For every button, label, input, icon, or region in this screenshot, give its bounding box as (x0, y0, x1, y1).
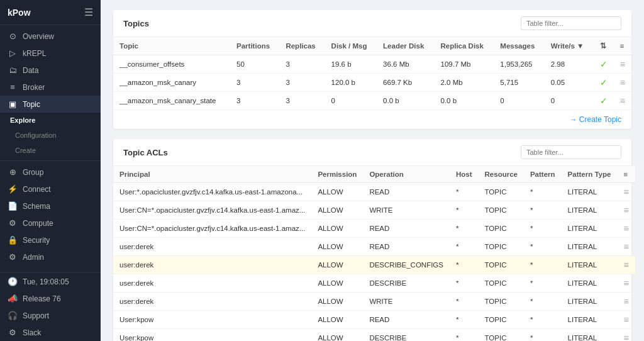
sidebar-item-topic[interactable]: ▣ Topic (0, 96, 101, 113)
acl-table-body: User:*.opacicluster.gvzfjv.c14.kafka.us-… (113, 183, 635, 342)
sidebar-item-krepl[interactable]: ▷ kREPL (0, 45, 101, 62)
datetime-label: Tue, 19:08:05 (23, 277, 69, 286)
acl-permission: ALLOW (311, 329, 363, 342)
topic-leader-disk: 669.7 Kb (377, 74, 434, 92)
acl-table: Principal Permission Operation Host Reso… (113, 166, 635, 341)
acl-pattern: * (524, 293, 562, 311)
topic-writes: 0.05 (545, 74, 594, 92)
col-resource: Resource (479, 166, 524, 183)
acl-filter-input[interactable] (521, 145, 621, 159)
sidebar-support[interactable]: 🎧 Support (0, 307, 101, 324)
sidebar-item-admin[interactable]: ⚙ Admin (0, 249, 101, 266)
topic-disk-msg: 0 (325, 92, 377, 110)
acl-pattern-type: LITERAL (562, 329, 618, 342)
sidebar-item-label: Topic (23, 100, 40, 109)
table-row: User:kpow ALLOW READ * TOPIC * LITERAL ≡ (113, 311, 635, 329)
acl-principal: User:kpow (113, 311, 311, 329)
sidebar-item-explore[interactable]: Explore (0, 113, 101, 128)
security-icon: 🔒 (8, 235, 18, 245)
acl-host: * (450, 329, 479, 342)
acl-list[interactable]: ≡ (617, 183, 635, 201)
sidebar-item-create[interactable]: Create (0, 143, 101, 158)
col-topic: Topic (113, 37, 230, 55)
topic-icon: ▣ (8, 99, 18, 109)
sidebar-item-broker[interactable]: ≡ Broker (0, 79, 101, 96)
sidebar-item-group[interactable]: ⊕ Group (0, 164, 101, 181)
topics-table-header-row: Topic Partitions Replicas Disk / Msg Lea… (113, 37, 631, 55)
sidebar-slack[interactable]: ⚙ Slack (0, 324, 101, 341)
acl-list[interactable]: ≡ (617, 311, 635, 329)
acl-operation: READ (363, 220, 450, 238)
group-icon: ⊕ (8, 167, 18, 177)
acl-list[interactable]: ≡ (617, 329, 635, 342)
acl-list[interactable]: ≡ (617, 201, 635, 220)
acl-pattern: * (524, 256, 562, 274)
sidebar-item-label: Compute (23, 219, 53, 228)
col-messages: Messages (494, 37, 544, 55)
topic-replicas: 3 (279, 74, 325, 92)
table-row: user:derek ALLOW READ * TOPIC * LITERAL … (113, 238, 635, 256)
hamburger-icon[interactable]: ☰ (84, 6, 93, 18)
acl-list[interactable]: ≡ (617, 274, 635, 293)
acl-operation: DESCRIBE_CONFIGS (363, 256, 450, 274)
acl-table-header-row: Principal Permission Operation Host Reso… (113, 166, 635, 183)
table-row: __consumer_offsets 50 3 19.6 b 36.6 Mb 1… (113, 55, 631, 74)
topic-writes: 0 (545, 92, 594, 110)
topic-list[interactable]: ≡ (614, 55, 631, 74)
sidebar-item-overview[interactable]: ⊙ Overview (0, 28, 101, 45)
sidebar-item-label: Schema (23, 202, 50, 211)
acl-permission: ALLOW (311, 201, 363, 220)
sidebar-item-connect[interactable]: ⚡ Connect (0, 181, 101, 198)
col-permission: Permission (311, 166, 363, 183)
acl-pattern: * (524, 183, 562, 201)
topic-list[interactable]: ≡ (614, 92, 631, 110)
acl-list[interactable]: ≡ (617, 238, 635, 256)
acl-list[interactable]: ≡ (617, 293, 635, 311)
table-row: __amazon_msk_canary 3 3 120.0 b 669.7 Kb… (113, 74, 631, 92)
acl-permission: ALLOW (311, 274, 363, 293)
acl-section: Topic ACLs Principal Permission Operatio… (113, 139, 631, 341)
connect-icon: ⚡ (8, 184, 18, 194)
configuration-label: Configuration (15, 131, 56, 139)
topic-partitions: 50 (230, 55, 279, 74)
topic-disk-msg: 120.0 b (325, 74, 377, 92)
sidebar-item-label: Group (23, 168, 43, 177)
topic-replicas: 3 (279, 55, 325, 74)
slack-icon: ⚙ (8, 328, 18, 337)
topic-replicas: 3 (279, 92, 325, 110)
create-topic-link[interactable]: → Create Topic (570, 115, 621, 124)
acl-list[interactable]: ≡ (617, 256, 635, 274)
acl-principal: user:derek (113, 256, 311, 274)
topic-replica-disk: 109.7 Mb (435, 55, 494, 74)
sidebar-item-security[interactable]: 🔒 Security (0, 232, 101, 249)
acl-pattern: * (524, 274, 562, 293)
acl-pattern-type: LITERAL (562, 220, 618, 238)
acl-host: * (450, 274, 479, 293)
col-sort[interactable]: ⇅ (594, 37, 614, 55)
col-replicas: Replicas (279, 37, 325, 55)
acl-operation: WRITE (363, 293, 450, 311)
sidebar-item-data[interactable]: 🗂 Data (0, 62, 101, 79)
nav-main: ⊙ Overview ▷ kREPL 🗂 Data ≡ Broker ▣ Top… (0, 25, 101, 268)
acl-operation: DESCRIBE (363, 274, 450, 293)
main-content: Topics Topic Partitions Replicas Disk / … (101, 0, 644, 341)
acl-pattern: * (524, 238, 562, 256)
broker-icon: ≡ (8, 82, 18, 92)
topic-name: __amazon_msk_canary (113, 74, 230, 92)
acl-host: * (450, 238, 479, 256)
topics-filter-input[interactable] (521, 16, 621, 30)
col-principal: Principal (113, 166, 311, 183)
acl-pattern-type: LITERAL (562, 201, 618, 220)
clock-icon: 🕐 (8, 277, 18, 286)
topic-check: ✓ (594, 55, 614, 74)
acl-list[interactable]: ≡ (617, 220, 635, 238)
sidebar-item-configuration[interactable]: Configuration (0, 128, 101, 143)
acl-resource: TOPIC (479, 238, 524, 256)
content-area: Topics Topic Partitions Replicas Disk / … (101, 0, 644, 341)
col-operation: Operation (363, 166, 450, 183)
sidebar-item-schema[interactable]: 📄 Schema (0, 198, 101, 215)
sidebar-item-compute[interactable]: ⚙ Compute (0, 215, 101, 232)
sidebar-release: 📣 Release 76 (0, 290, 101, 307)
acl-principal: User:CN=*.opacicluster.gvzfjv.c14.kafka.… (113, 201, 311, 220)
topic-list[interactable]: ≡ (614, 74, 631, 92)
